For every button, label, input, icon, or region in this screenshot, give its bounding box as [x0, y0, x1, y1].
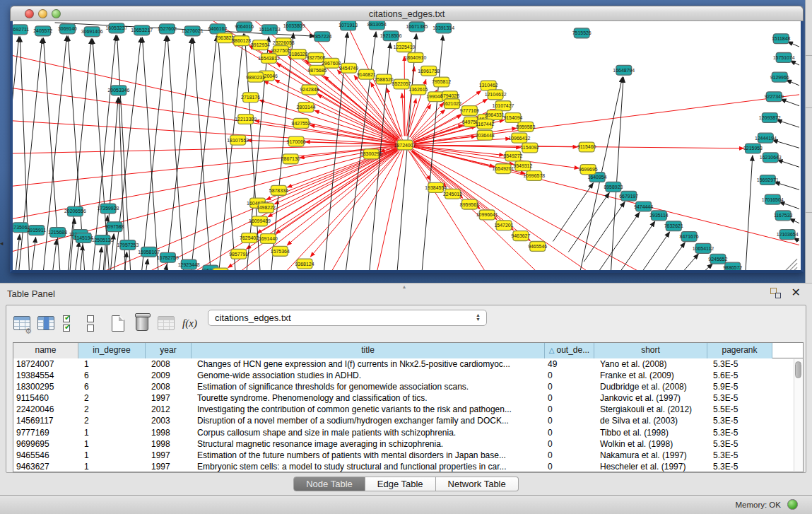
node-attribute-table[interactable]: namein_degreeyeartitle△out_de...shortpag…: [13, 342, 804, 472]
delete-table-icon[interactable]: [132, 314, 151, 333]
network-node[interactable]: 8959583: [516, 122, 535, 132]
network-node[interactable]: 15276021: [182, 26, 204, 36]
network-window-titlebar[interactable]: citations_edges.txt: [10, 6, 804, 21]
network-node[interactable]: 15692971: [757, 175, 779, 185]
float-panel-icon[interactable]: [770, 288, 781, 298]
table-row[interactable]: 2242004622012Investigating the contribut…: [13, 404, 803, 415]
column-header-year[interactable]: year: [146, 343, 192, 358]
network-node[interactable]: 7515526: [572, 28, 592, 38]
network-node[interactable]: 1547201: [495, 221, 514, 230]
network-node[interactable]: 8813054: [367, 21, 387, 30]
network-node[interactable]: 9242848: [300, 85, 319, 95]
network-node[interactable]: 17359928: [98, 204, 119, 214]
network-node[interactable]: 16053237: [106, 23, 128, 33]
column-header-title[interactable]: title: [192, 343, 545, 358]
new-table-icon[interactable]: [108, 314, 127, 333]
network-node[interactable]: 9465546: [528, 242, 547, 252]
network-node[interactable]: 1575364: [271, 246, 290, 256]
network-node[interactable]: 9875685: [307, 65, 326, 75]
network-node[interactable]: 1167533: [774, 211, 793, 221]
network-node[interactable]: 9368124: [295, 259, 314, 269]
network-node[interactable]: 10107427: [493, 101, 514, 111]
network-node[interactable]: 8427552: [292, 118, 311, 128]
network-node[interactable]: 16648794: [613, 65, 635, 75]
network-node[interactable]: 1498222: [257, 203, 276, 213]
table-selector-dropdown[interactable]: citations_edges.txt ▲▼: [208, 310, 487, 326]
select-all-rows-icon[interactable]: ✔✔: [60, 314, 79, 333]
network-node[interactable]: 16543812: [258, 53, 280, 63]
network-node[interactable]: 10996578: [523, 171, 545, 181]
network-node[interactable]: 19218506: [380, 31, 402, 41]
network-node[interactable]: 12093872: [759, 113, 781, 123]
network-node[interactable]: 1691440: [259, 234, 278, 244]
network-node[interactable]: 1154092: [520, 143, 539, 153]
clear-selection-icon[interactable]: [84, 314, 103, 333]
network-node[interactable]: 9699695: [579, 165, 598, 175]
network-node[interactable]: 12923448: [178, 259, 200, 269]
network-node[interactable]: 9115460: [577, 142, 596, 152]
network-node[interactable]: 3915911: [28, 226, 47, 235]
network-node[interactable]: 2245012: [443, 189, 462, 199]
network-node[interactable]: 2803144: [297, 103, 316, 112]
left-scroll-arrow-icon[interactable]: ◂: [0, 240, 4, 247]
table-row[interactable]: 977716911998Corpus callosum shape and si…: [13, 427, 803, 438]
network-node[interactable]: 15751074: [773, 53, 795, 63]
column-header-short[interactable]: short: [594, 343, 707, 358]
network-node[interactable]: 9463627: [511, 231, 530, 241]
column-header-in_degree[interactable]: in_degree: [78, 343, 146, 358]
network-node[interactable]: 16782759: [157, 252, 179, 262]
network-node[interactable]: 1692711: [13, 25, 29, 35]
network-node[interactable]: 2405572: [33, 26, 52, 36]
network-node[interactable]: 16114713: [259, 25, 280, 35]
network-node[interactable]: 9064016: [235, 22, 254, 32]
network-node[interactable]: 7632621: [664, 221, 683, 231]
table-settings-icon[interactable]: ⚙: [12, 314, 31, 333]
network-node[interactable]: 20053346: [107, 86, 129, 95]
network-node[interactable]: 18724007: [394, 140, 416, 150]
network-node[interactable]: 12505135: [92, 235, 114, 245]
network-node[interactable]: 1511848: [772, 34, 791, 44]
network-node[interactable]: 10391314: [433, 23, 454, 33]
network-node[interactable]: 12213389: [235, 115, 257, 124]
network-node[interactable]: 18300295: [360, 149, 382, 159]
column-header-out_de[interactable]: △out_de...: [545, 343, 594, 358]
network-node[interactable]: 3069140: [58, 24, 77, 34]
network-node[interactable]: 9097588: [105, 222, 124, 232]
network-node[interactable]: 6466162: [208, 24, 227, 34]
table-row[interactable]: 1938455462009Genome-wide association stu…: [13, 370, 803, 381]
network-node[interactable]: 9474444: [634, 201, 653, 211]
network-node[interactable]: 12444194: [755, 133, 777, 143]
network-node[interactable]: 12104612: [485, 90, 507, 100]
network-node[interactable]: 30691406: [81, 27, 103, 37]
network-node[interactable]: 2867130: [281, 154, 300, 164]
network-canvas[interactable]: 1692711240557230691403069140616053237106…: [10, 21, 804, 273]
network-node[interactable]: 8549272: [503, 151, 522, 161]
network-node[interactable]: 20206556: [64, 206, 86, 216]
table-row[interactable]: 911546021997Tourette syndrome. Phenomeno…: [13, 392, 803, 404]
network-node[interactable]: 1621022: [442, 99, 461, 109]
network-node[interactable]: 1167442: [476, 119, 495, 129]
network-node[interactable]: 9154094: [503, 113, 522, 123]
network-node[interactable]: 9890231: [246, 72, 265, 82]
network-node[interactable]: 8215953: [743, 144, 763, 153]
window-resize-grip[interactable]: [784, 259, 797, 271]
network-node[interactable]: 16033809: [283, 21, 305, 31]
network-view-window[interactable]: citations_edges.txt 16927112405572306914…: [10, 6, 804, 273]
table-row[interactable]: 1872400712008Changes of HCN gene express…: [13, 358, 803, 370]
network-node[interactable]: 12103654: [777, 230, 799, 240]
network-node[interactable]: 9129966: [770, 72, 789, 82]
network-node[interactable]: 1310462: [479, 81, 498, 90]
network-node[interactable]: 18640910: [404, 53, 426, 63]
network-node[interactable]: 2036448: [476, 130, 495, 140]
network-node[interactable]: 1071913: [339, 21, 358, 30]
memory-status-indicator[interactable]: [787, 499, 798, 510]
scrollbar-thumb[interactable]: [795, 361, 801, 378]
table-row[interactable]: 946554611997Estimation of the future num…: [13, 450, 803, 461]
network-node[interactable]: 18107552: [227, 135, 249, 145]
network-node[interactable]: 16549201: [493, 164, 514, 174]
network-node[interactable]: 8186328: [289, 49, 308, 59]
network-node[interactable]: 2718176: [241, 93, 260, 103]
network-node[interactable]: 17016504: [762, 194, 784, 204]
column-header-name[interactable]: name: [13, 343, 78, 358]
network-node[interactable]: 9146821: [357, 69, 376, 79]
